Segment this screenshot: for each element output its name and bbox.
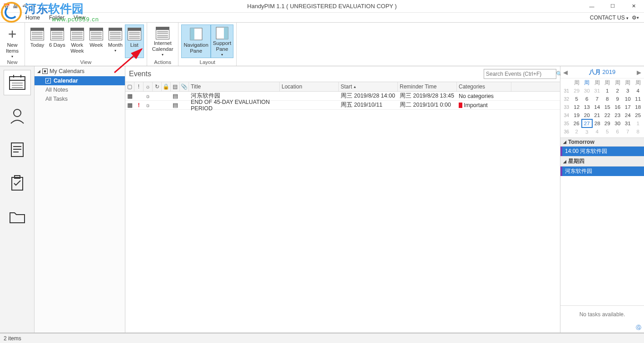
support-pane: ◀ 八月 2019 ▶ 周周周周周周周312930311234325678910… bbox=[560, 66, 644, 333]
new-items-button[interactable]: + New Items▾ bbox=[3, 24, 22, 58]
note-icon: ▤ bbox=[171, 92, 180, 100]
month-button[interactable]: Month▾ bbox=[106, 24, 125, 58]
gear-icon[interactable]: ⚙▾ bbox=[631, 14, 639, 22]
col-reminder[interactable]: Reminder Time bbox=[398, 82, 457, 91]
module-strip bbox=[0, 66, 35, 333]
week-button[interactable]: Week bbox=[87, 24, 106, 58]
col-categories[interactable]: Categories bbox=[457, 82, 511, 91]
event-icon: ▦ bbox=[125, 92, 134, 100]
menu-view[interactable]: View bbox=[69, 14, 90, 22]
sort-asc-icon: ▲ bbox=[353, 85, 357, 89]
col-location[interactable]: Location bbox=[280, 82, 339, 91]
col-priority-icon[interactable]: ! bbox=[134, 82, 144, 91]
person-icon bbox=[8, 107, 26, 125]
contact-us-link[interactable]: CONTACT US ▾ bbox=[590, 15, 629, 21]
col-note-icon[interactable]: ▤ bbox=[171, 82, 180, 91]
nav-item-calendar[interactable]: ✓ Calendar bbox=[35, 76, 125, 85]
events-title: Events bbox=[129, 70, 484, 78]
status-bar: 2 items bbox=[0, 333, 644, 343]
tasks-icon bbox=[9, 174, 26, 192]
col-start[interactable]: Start ▲ bbox=[339, 82, 398, 91]
menu-folder[interactable]: Folder bbox=[45, 14, 69, 22]
svg-rect-2 bbox=[190, 28, 194, 40]
internet-calendar-button[interactable]: Internet Calendar▾ bbox=[150, 24, 176, 58]
module-contacts[interactable] bbox=[4, 103, 31, 129]
ribbon-group-actions: Internet Calendar▾ Actions bbox=[147, 23, 179, 66]
navigation-pane: ◢ ■ My Calendars ✓ Calendar All Notes Al… bbox=[35, 66, 125, 333]
col-recurrence-icon[interactable]: ↻ bbox=[153, 82, 162, 91]
search-input[interactable]: 🔍 bbox=[484, 69, 556, 79]
column-headers: ▢ ! ☼ ↻ 🔒 ▤ 📎 Title Location Start ▲ Rem… bbox=[125, 82, 560, 92]
svg-rect-4 bbox=[224, 27, 228, 39]
titlebar: 📅 🖶 ↶ ↷ HandyPIM 1.1 ( UNREGISTERED EVAL… bbox=[0, 0, 644, 13]
note-icon: ▤ bbox=[171, 101, 180, 109]
calendar-icon bbox=[8, 74, 26, 91]
agenda-item[interactable]: 14:00 河东软件园 bbox=[560, 147, 644, 156]
col-lock-icon[interactable]: 🔒 bbox=[162, 82, 171, 91]
svg-point-12 bbox=[14, 109, 21, 117]
window-title: HandyPIM 1.1 ( UNREGISTERED EVALUATION C… bbox=[247, 3, 396, 10]
nav-header[interactable]: ◢ ■ My Calendars bbox=[35, 66, 125, 76]
work-week-button[interactable]: Work Week bbox=[68, 24, 87, 58]
ribbon-group-layout: Navigation Pane Support Pane▾ Layout bbox=[178, 23, 237, 66]
support-pane-button[interactable]: Support Pane▾ bbox=[211, 24, 233, 58]
menu-bar: Home Folder View CONTACT US ▾ ⚙▾ bbox=[0, 13, 644, 23]
bell-icon: ☼ bbox=[144, 92, 153, 100]
ime-icon[interactable]: Ⓖ bbox=[560, 323, 644, 333]
module-calendar[interactable] bbox=[4, 70, 31, 95]
redo-icon[interactable]: ↷ bbox=[30, 3, 37, 10]
plus-icon: + bbox=[5, 27, 20, 41]
nav-item-all-notes[interactable]: All Notes bbox=[35, 85, 125, 94]
notes-icon bbox=[9, 141, 26, 158]
mini-calendar-header: ◀ 八月 2019 ▶ bbox=[560, 66, 644, 78]
next-month-icon[interactable]: ▶ bbox=[636, 69, 642, 76]
col-title[interactable]: Title bbox=[189, 82, 280, 91]
mini-calendar[interactable]: 周周周周周周周312930311234325678910113312131415… bbox=[560, 78, 644, 137]
checkbox-icon[interactable]: ■ bbox=[42, 69, 48, 74]
no-tasks-label: No tasks available. bbox=[560, 305, 644, 323]
maximize-button[interactable]: ☐ bbox=[602, 0, 623, 13]
agenda-header-thursday[interactable]: ◢星期四 bbox=[560, 156, 644, 167]
collapse-icon: ◢ bbox=[37, 69, 40, 74]
ribbon-group-new: + New Items▾ New bbox=[0, 23, 25, 66]
module-tasks[interactable] bbox=[4, 171, 31, 196]
ribbon-group-view: Today 6 Days Work Week Week Month▾ List … bbox=[25, 23, 147, 66]
important-flag-icon bbox=[459, 103, 462, 108]
nav-item-all-tasks[interactable]: All Tasks bbox=[35, 94, 125, 103]
navigation-pane-button[interactable]: Navigation Pane bbox=[181, 24, 210, 58]
table-row[interactable]: ▦ ! ☼ ▤ END OF 45-DAY EVALUATION PERIOD … bbox=[125, 101, 560, 110]
priority-high-icon: ! bbox=[134, 101, 144, 109]
module-notes[interactable] bbox=[4, 137, 31, 162]
events-pane: Events 🔍 ▢ ! ☼ ↻ 🔒 ▤ 📎 Title Location St… bbox=[125, 66, 560, 333]
col-attachment-icon[interactable]: 📎 bbox=[180, 82, 189, 91]
item-count: 2 items bbox=[4, 335, 21, 342]
minimize-button[interactable]: — bbox=[581, 0, 602, 13]
module-folders[interactable] bbox=[4, 204, 31, 230]
save-icon[interactable]: 🖶 bbox=[12, 3, 19, 10]
col-reminder-icon[interactable]: ☼ bbox=[144, 82, 153, 91]
folder-icon bbox=[8, 209, 26, 225]
search-field[interactable] bbox=[486, 71, 554, 77]
prev-month-icon[interactable]: ◀ bbox=[562, 69, 569, 76]
event-icon: ▦ bbox=[125, 101, 134, 109]
bell-icon: ☼ bbox=[144, 101, 153, 109]
checkmark-icon: ✓ bbox=[45, 78, 51, 83]
agenda-item[interactable]: 河东软件园 bbox=[560, 167, 644, 176]
six-days-button[interactable]: 6 Days bbox=[47, 24, 68, 58]
close-button[interactable]: ✕ bbox=[623, 0, 644, 13]
today-button[interactable]: Today bbox=[28, 24, 47, 58]
menu-home[interactable]: Home bbox=[21, 14, 45, 22]
ribbon: + New Items▾ New Today 6 Days Work Week … bbox=[0, 23, 644, 66]
undo-icon[interactable]: ↶ bbox=[21, 3, 28, 10]
agenda-header-tomorrow[interactable]: ◢Tomorrow bbox=[560, 137, 644, 147]
col-type-icon[interactable]: ▢ bbox=[125, 82, 134, 91]
list-button[interactable]: List bbox=[125, 24, 144, 58]
app-icon: 📅 bbox=[3, 3, 10, 10]
